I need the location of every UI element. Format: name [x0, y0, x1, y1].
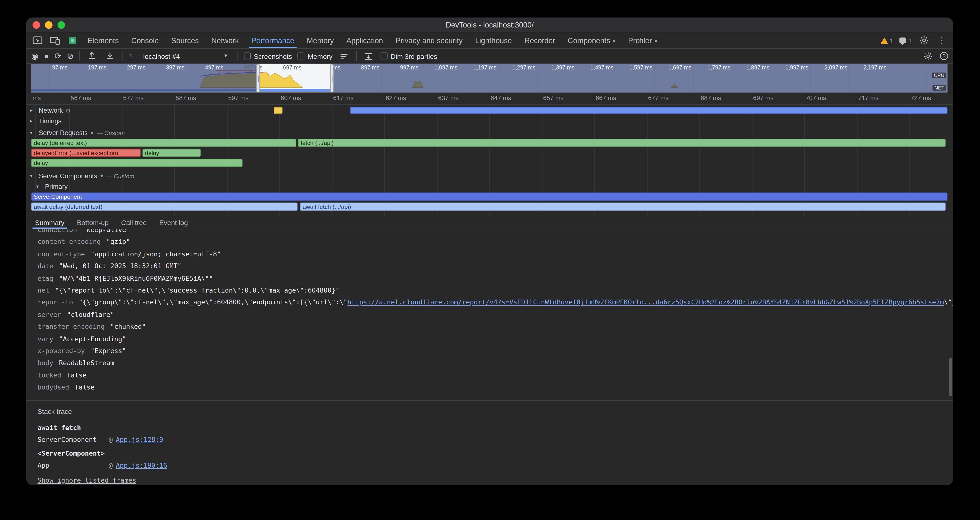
help-button[interactable]: ?: [940, 52, 948, 60]
overview-time-label: 1,197 ms: [461, 64, 496, 71]
disclosure-open-icon[interactable]: ▾: [30, 127, 35, 138]
bottom-tab-event-log[interactable]: Event log: [153, 216, 194, 229]
bottom-tab-bottom-up[interactable]: Bottom-up: [71, 216, 115, 229]
stack-trace-title: Stack trace: [38, 406, 953, 417]
save-profile-button[interactable]: [104, 50, 116, 62]
capture-settings-gear-icon[interactable]: [922, 50, 934, 62]
tab-recorder[interactable]: Recorder: [518, 33, 562, 48]
tab-lighthouse[interactable]: Lighthouse: [469, 33, 518, 48]
tab-elements[interactable]: Elements: [81, 33, 125, 48]
tab-network[interactable]: Network: [205, 33, 245, 48]
record-button[interactable]: ◉: [31, 52, 38, 60]
ruler-time-label: 697 ms: [753, 94, 773, 101]
issues-indicator[interactable]: 1: [899, 37, 912, 44]
ruler-time-label: 597 ms: [228, 94, 249, 101]
settings-gear-icon[interactable]: [918, 34, 930, 46]
tab-sources[interactable]: Sources: [165, 33, 205, 48]
screenshots-toggle[interactable]: Screenshots: [244, 52, 292, 60]
cpu-throttle-icon[interactable]: [363, 50, 375, 62]
record-and-reload-button[interactable]: ⟳: [54, 52, 61, 60]
extension-marker-icon: ◆: [654, 38, 657, 43]
track-timings[interactable]: ▸ Timings: [26, 116, 953, 126]
warnings-indicator[interactable]: 1: [880, 37, 894, 44]
inspect-element-icon[interactable]: [31, 34, 44, 46]
source-location-link[interactable]: App.js:190:16: [116, 459, 167, 471]
track-event[interactable]: delay: [31, 159, 243, 167]
timeline-ruler[interactable]: ms567 ms577 ms587 ms597 ms607 ms617 ms62…: [26, 92, 953, 105]
show-ignore-listed-frames-link[interactable]: Show ignore-listed frames: [38, 476, 137, 483]
stack-trace: await fetch ServerComponent@App.js:128:9…: [38, 422, 953, 471]
disclosure-closed-icon[interactable]: ▸: [30, 105, 35, 116]
history-dropdown[interactable]: localhost #4 ▼: [139, 51, 232, 61]
track-event[interactable]: delay: [143, 149, 200, 157]
report-to-url-link[interactable]: https://a.nel.cloudflare.com/report/v4?s…: [347, 298, 944, 306]
track-event[interactable]: delay (deferred text): [31, 139, 296, 147]
summary-scrollbar[interactable]: [950, 358, 952, 396]
clear-button[interactable]: ⊘: [67, 52, 74, 60]
bottom-tab-call-tree[interactable]: Call tree: [115, 216, 153, 229]
ruler-time-label: 667 ms: [596, 94, 616, 101]
extension-icon[interactable]: [66, 34, 79, 46]
track-event[interactable]: await delay (deferred text): [31, 203, 298, 211]
track-row: ServerComponent: [26, 192, 953, 202]
disclosure-open-icon[interactable]: ▾: [30, 171, 35, 181]
track-event[interactable]: fetch (.../api): [298, 139, 945, 147]
kebab-menu-icon[interactable]: ⋮: [935, 34, 948, 46]
device-toolbar-icon[interactable]: [49, 34, 61, 46]
tab-profiler[interactable]: Profiler ◆: [622, 33, 663, 48]
bottom-tab-summary[interactable]: Summary: [29, 216, 71, 229]
live-metrics-home-button[interactable]: ⌂: [128, 51, 134, 61]
tab-application[interactable]: Application: [340, 33, 389, 48]
devtools-window: DevTools - localhost:3000/ Elements Cons…: [26, 17, 953, 485]
memory-checkbox[interactable]: [298, 52, 305, 60]
dim-3rd-parties-toggle[interactable]: Dim 3rd parties: [380, 52, 437, 60]
ruler-time-label: 687 ms: [700, 94, 721, 101]
selection-handle-left[interactable]: [256, 64, 260, 92]
record-solid-button[interactable]: ●: [44, 52, 49, 60]
tab-components[interactable]: Components ◆: [562, 33, 622, 48]
network-conditions-icon[interactable]: [338, 50, 351, 62]
dim-3rd-parties-checkbox[interactable]: [380, 52, 388, 60]
summary-header-row: lockedfalse: [38, 369, 953, 381]
overview-time-label: 1,997 ms: [773, 64, 808, 71]
window-titlebar: DevTools - localhost:3000/: [26, 17, 953, 33]
ruler-time-label: 607 ms: [281, 94, 301, 101]
overview-strip[interactable]: 97 ms197 ms297 ms397 ms497 ms597 ms697 m…: [31, 64, 948, 92]
selection-handle-right[interactable]: [330, 64, 334, 92]
ruler-time-label: 577 ms: [123, 94, 144, 101]
track-event[interactable]: [274, 107, 282, 114]
load-profile-button[interactable]: [86, 50, 98, 62]
ruler-time-label: 707 ms: [806, 94, 826, 101]
ruler-time-label: 727 ms: [910, 94, 931, 101]
track-event[interactable]: ServerComponent: [31, 192, 948, 201]
screenshots-checkbox[interactable]: [244, 52, 251, 60]
tab-privacy-and-security[interactable]: Privacy and security: [389, 33, 469, 48]
stack-trace-group: <ServerComponent> App@App.js:190:16: [38, 447, 953, 471]
overview-time-label: 1,497 ms: [579, 64, 614, 71]
tab-memory[interactable]: Memory: [301, 33, 340, 48]
disclosure-open-icon[interactable]: ▾: [36, 181, 42, 192]
network-track-config-icon[interactable]: [66, 108, 70, 112]
track-server-requests[interactable]: ▾ Server Requests ◆ — Custom: [26, 127, 953, 138]
memory-toggle[interactable]: Memory: [298, 52, 332, 60]
track-server-components[interactable]: ▾ Server Components ◆ — Custom: [26, 171, 953, 181]
track-primary[interactable]: ▾ Primary: [26, 181, 953, 192]
ruler-time-label: 717 ms: [858, 94, 879, 101]
track-network[interactable]: ▸ Network: [26, 105, 953, 116]
timeline-overview[interactable]: 97 ms197 ms297 ms397 ms497 ms597 ms697 m…: [26, 64, 953, 92]
overview-time-label: 1,297 ms: [501, 64, 536, 71]
tab-performance[interactable]: Performance: [245, 33, 301, 48]
track-event[interactable]: delayedError (...ayed exception): [31, 149, 141, 157]
summary-pane: connection"keep-alive" content-encoding"…: [26, 229, 953, 485]
track-event[interactable]: await fetch (.../api): [300, 203, 945, 211]
overview-time-label: 1,897 ms: [735, 64, 770, 71]
source-location-link[interactable]: App.js:128:9: [116, 434, 163, 445]
tab-console[interactable]: Console: [125, 33, 165, 48]
track-row: delayedError (...ayed exception)delay: [26, 148, 953, 158]
overview-time-label: 97 ms: [33, 64, 67, 71]
cpu-lane-badge: CPU: [932, 73, 946, 78]
summary-header-row: date"Wed, 01 Oct 2025 18:32:01 GMT": [38, 260, 953, 272]
disclosure-closed-icon[interactable]: ▸: [30, 116, 35, 126]
track-event[interactable]: [350, 107, 947, 114]
section-divider: [26, 400, 953, 401]
